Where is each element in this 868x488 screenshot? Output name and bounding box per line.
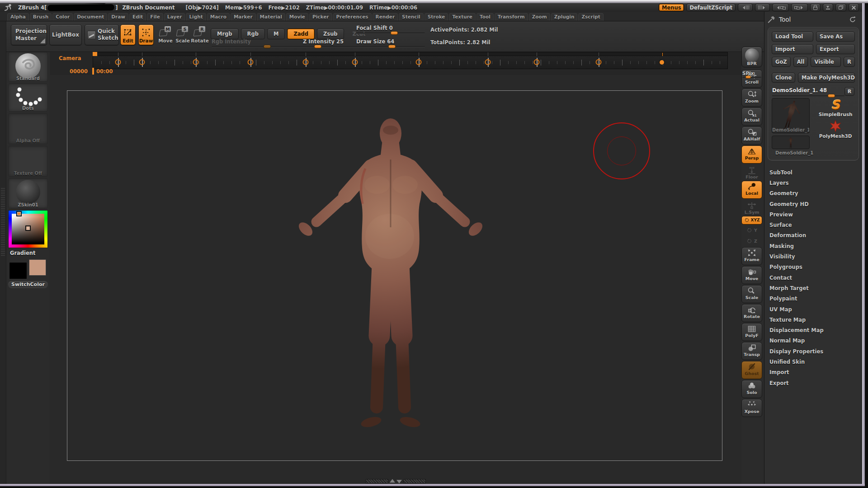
current-brush-button[interactable]: Standard (8, 52, 48, 82)
menu-movie[interactable]: Movie (286, 13, 308, 21)
solo-button[interactable]: Solo (741, 380, 762, 398)
menu-zoom[interactable]: Zoom (529, 13, 550, 21)
menu-edit[interactable]: Edit (129, 13, 146, 21)
export-button[interactable]: Export (816, 44, 855, 54)
menu-render[interactable]: Render (373, 13, 398, 21)
hue-marker[interactable] (16, 211, 22, 216)
active-tool-thumbnail[interactable]: DemoSoldier_1 (772, 98, 810, 133)
import-button[interactable]: Import (772, 44, 813, 54)
canvas-divider-handle[interactable] (366, 476, 426, 484)
section-morph-target[interactable]: Morph Target (764, 283, 862, 293)
simplebrush-icon[interactable]: S (831, 99, 840, 111)
recent-tool-thumbnail[interactable] (772, 136, 810, 149)
timeline-track-label[interactable]: Camera (59, 55, 81, 61)
window-right-border[interactable] (862, 3, 865, 484)
menu-transform[interactable]: Transform (495, 13, 528, 21)
ghost-button[interactable]: Ghost (741, 361, 762, 379)
rotate-button[interactable]: Rotate (741, 304, 762, 322)
section-deformation[interactable]: Deformation (764, 230, 862, 241)
section-geometry[interactable]: Geometry (764, 188, 862, 199)
section-export[interactable]: Export (764, 378, 862, 388)
floor-button[interactable]: xyzFloor (741, 164, 762, 180)
saturation-marker[interactable] (25, 225, 31, 231)
polymesh3d-star-icon[interactable] (829, 120, 842, 132)
tool-r-button[interactable]: R (844, 87, 854, 96)
current-stroke-button[interactable]: Dots (8, 84, 48, 112)
timeline-keyframe[interactable] (115, 59, 121, 65)
section-uv-map[interactable]: UV Map (764, 304, 862, 314)
scale-mode-button[interactable]: S Scale (175, 26, 191, 47)
frame-button[interactable]: Frame (741, 247, 762, 265)
minimize-button[interactable] (823, 4, 833, 11)
zoom-button[interactable]: Zoom (741, 89, 762, 107)
timeline-ruler[interactable] (93, 56, 728, 69)
timeline-keyframe[interactable] (139, 59, 145, 65)
edit-mode-button[interactable]: Edit (120, 24, 136, 45)
section-preview[interactable]: Preview (764, 209, 862, 220)
rgb-intensity-slider[interactable]: Rgb Intensity (212, 38, 301, 47)
clone-button[interactable]: Clone (772, 73, 795, 83)
model-demosoldier[interactable] (277, 113, 503, 439)
restore-button[interactable] (835, 4, 846, 11)
slider-handle[interactable] (745, 75, 751, 79)
section-import[interactable]: Import (764, 367, 862, 378)
menu-macro[interactable]: Macro (207, 13, 230, 21)
menu-marker[interactable]: Marker (231, 13, 256, 21)
expand-up-icon[interactable] (390, 476, 395, 483)
l-sym-button[interactable]: L.Sym (741, 200, 762, 215)
slider-handle[interactable] (314, 45, 322, 48)
menu-zscript[interactable]: Zscript (578, 13, 603, 21)
section-displacement-map[interactable]: Displacement Map (764, 325, 862, 335)
scale-button[interactable]: Scale (741, 285, 762, 303)
timeline-upper-track[interactable] (93, 52, 728, 56)
actual-button[interactable]: x1Actual (741, 108, 762, 126)
cycle-windows-right-button[interactable] (791, 4, 808, 11)
aahalf-button[interactable]: AAHalf (741, 127, 762, 145)
main-color-swatch[interactable] (9, 262, 27, 279)
section-layers[interactable]: Layers (764, 178, 862, 188)
section-display-properties[interactable]: Display Properties (764, 346, 862, 357)
move-button[interactable]: Move (741, 266, 762, 284)
projection-master-button[interactable]: ProjectionMaster (11, 24, 47, 45)
persp-button[interactable]: Persp (741, 145, 762, 164)
menu-stencil[interactable]: Stencil (399, 13, 424, 21)
r-button[interactable]: R (844, 57, 855, 67)
default-zscript-button[interactable]: DefaultZScript (686, 4, 736, 11)
section-contact[interactable]: Contact (764, 272, 862, 283)
bpr-render-button[interactable]: BPR (741, 47, 762, 67)
section-surface[interactable]: Surface (764, 220, 862, 230)
rgb-button[interactable]: Rgb (241, 28, 265, 39)
menu-brush[interactable]: Brush (30, 13, 52, 21)
section-polypaint[interactable]: Polypaint (764, 294, 862, 304)
menu-document[interactable]: Document (74, 13, 107, 21)
reset-palette-icon[interactable] (849, 15, 857, 23)
z-button[interactable]: Z (741, 236, 762, 246)
menu-tool[interactable]: Tool (476, 13, 494, 21)
rotate-mode-button[interactable]: R Rotate (192, 26, 208, 47)
transp-button[interactable]: Transp (741, 342, 762, 360)
m-button[interactable]: M (267, 28, 285, 39)
draw-size-slider[interactable]: Draw Size 64 (356, 38, 425, 47)
menu-material[interactable]: Material (257, 13, 285, 21)
z-intensity-slider[interactable]: Z Intensity 25 (289, 38, 357, 47)
timeline-keyframe[interactable] (247, 59, 253, 65)
menu-draw[interactable]: Draw (108, 13, 128, 21)
close-button[interactable] (849, 4, 859, 11)
switch-color-button[interactable]: SwitchColor (8, 281, 48, 288)
make-polymesh3d-button[interactable]: Make PolyMesh3D (798, 73, 855, 83)
title-bar[interactable]: ZBrush 4[] ZBrush Document [Obj▶7024] Me… (0, 3, 868, 12)
polyf-button[interactable]: PolyF (741, 323, 762, 341)
menu-file[interactable]: File (147, 13, 163, 21)
timeline-keyframe[interactable] (352, 59, 358, 65)
tool-slider[interactable] (772, 95, 844, 96)
section-texture-map[interactable]: Texture Map (764, 314, 862, 325)
current-alpha-button[interactable]: Alpha Off (8, 113, 48, 144)
section-subtool[interactable]: SubTool (764, 167, 862, 178)
slider-handle[interactable] (390, 31, 398, 35)
section-geometry-hd[interactable]: Geometry HD (764, 199, 862, 209)
move-mode-button[interactable]: M Move (157, 26, 174, 47)
color-picker[interactable] (8, 210, 48, 248)
menu-preferences[interactable]: Preferences (333, 13, 372, 21)
lock-button[interactable] (810, 4, 821, 11)
zsub-button[interactable]: Zsub (317, 28, 344, 39)
